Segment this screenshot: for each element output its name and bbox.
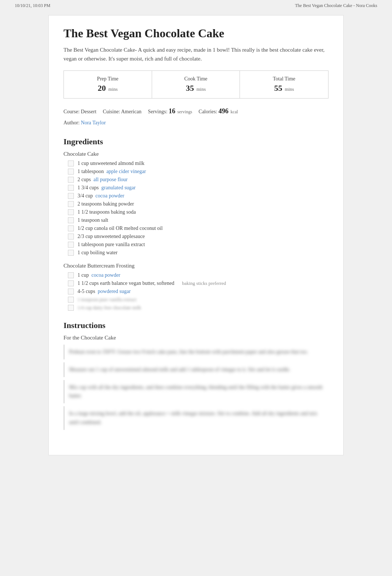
ingredient-item: 1 tablespoon pure vanilla extract: [63, 241, 329, 249]
total-time-value: 55: [274, 83, 282, 93]
total-time-unit: mins: [285, 86, 294, 92]
frosting-group-title: Chocolate Buttercream Frosting: [63, 263, 329, 269]
blurred-ingredient-1: 1 teaspoon pure vanilla extract: [78, 297, 137, 303]
blurred-step-1: Preheat oven to 350°F. Grease two 9-inch…: [69, 349, 308, 355]
total-time-cell: Total Time 55 mins: [240, 71, 328, 98]
ingredient-link[interactable]: cocoa powder: [92, 272, 120, 278]
course-value: Dessert: [81, 109, 96, 114]
datetime: 10/10/21, 10:03 PM: [15, 3, 50, 8]
cook-time-value: 35: [186, 83, 194, 93]
recipe-description: The Best Vegan Chocolate Cake- A quick a…: [63, 45, 329, 63]
calories-unit: kcal: [231, 109, 238, 114]
ingredient-item: 1 cup boiling water: [63, 249, 329, 257]
prep-time-label: Prep Time: [68, 76, 148, 82]
total-time-label: Total Time: [244, 76, 324, 82]
meta-info: Course: Dessert Cuisine: American Servin…: [63, 104, 329, 128]
servings-label: Servings:: [148, 109, 168, 114]
ingredient-item: 4-5 cups powdered sugar: [63, 287, 329, 296]
ingredient-item: 1 3/4 cups granulated sugar: [63, 184, 329, 192]
prep-time-value: 20: [98, 83, 106, 93]
instruction-step-2: Measure out 1 cup of unsweetened almond …: [63, 362, 329, 377]
ingredient-item: 1 cup cocoa powder: [63, 271, 329, 279]
blurred-step-4: In a large mixing bowl, add the oil, app…: [69, 411, 317, 425]
cuisine-value: American: [121, 109, 141, 114]
ingredient-item: 2/3 cup unsweetened applesauce: [63, 232, 329, 241]
ingredient-item: 1 1/2 cups earth balance vegan butter, s…: [63, 279, 329, 287]
ingredient-item-blurred: 1/4 cup dairy free chocolate milk: [63, 304, 329, 312]
course-label: Course:: [63, 109, 80, 114]
prep-time-unit: mins: [109, 86, 118, 92]
ingredient-item: 2 cups all purpose flour: [63, 176, 329, 184]
cook-time-cell: Cook Time 35 mins: [152, 71, 240, 98]
ingredients-heading: Ingredients: [63, 137, 329, 146]
author-link[interactable]: Nora Taylor: [81, 120, 106, 125]
ingredient-group-cake: Chocolate Cake 1 cup unsweetened almond …: [63, 151, 329, 257]
instructions-section: For the Chocolate Cake Preheat oven to 3…: [63, 335, 329, 430]
ingredient-item: 1 1/2 teaspoons baking soda: [63, 208, 329, 216]
ingredient-link[interactable]: apple cider vinegar: [106, 169, 146, 174]
ingredient-link[interactable]: granulated sugar: [102, 185, 136, 190]
browser-title: The Best Vegan Chocolate Cake - Nora Coo…: [295, 3, 377, 8]
ingredient-link[interactable]: cocoa powder: [96, 193, 124, 199]
servings-value: 16: [169, 107, 175, 115]
ingredient-note: baking sticks preferred: [177, 280, 226, 286]
ingredient-item: 1 cup unsweetened almond milk: [63, 159, 329, 168]
ingredient-item: 3/4 cup cocoa powder: [63, 192, 329, 200]
ingredient-link-powdered-sugar[interactable]: powdered sugar: [98, 289, 131, 294]
instruction-step-4: In a large mixing bowl, add the oil, app…: [63, 406, 329, 430]
recipe-title: The Best Vegan Chocolate Cake: [63, 27, 329, 40]
cuisine-label: Cuisine:: [103, 109, 120, 114]
ingredient-group-frosting: Chocolate Buttercream Frosting 1 cup coc…: [63, 263, 329, 312]
top-bar: 10/10/21, 10:03 PM The Best Vegan Chocol…: [0, 0, 392, 11]
cook-time-label: Cook Time: [156, 76, 236, 82]
ingredient-item: 1 tablespoon apple cider vinegar: [63, 168, 329, 176]
ingredient-link[interactable]: all purpose flour: [93, 177, 128, 182]
servings-unit: servings: [178, 109, 192, 114]
calories-value: 496: [219, 107, 228, 115]
calories-label: Calories:: [199, 109, 217, 114]
cake-group-title: Chocolate Cake: [63, 151, 329, 157]
author-label: Author:: [63, 120, 80, 125]
instruction-step-3: Mix cup with all the dry ingredients, an…: [63, 380, 329, 404]
blurred-ingredient-2: 1/4 cup dairy free chocolate milk: [78, 305, 141, 311]
instructions-subtitle: For the Chocolate Cake: [63, 335, 329, 341]
prep-time-cell: Prep Time 20 mins: [64, 71, 152, 98]
time-grid: Prep Time 20 mins Cook Time 35 mins Tota…: [63, 70, 329, 99]
ingredient-item: 2 teaspoons baking powder: [63, 200, 329, 208]
cook-time-unit: mins: [196, 86, 206, 92]
ingredient-item: 1 teaspoon salt: [63, 216, 329, 224]
ingredient-item: 1/2 cup canola oil OR melted coconut oil: [63, 224, 329, 232]
ingredient-item-blurred: 1 teaspoon pure vanilla extract: [63, 296, 329, 304]
page-wrapper: The Best Vegan Chocolate Cake The Best V…: [48, 15, 344, 455]
instruction-step-1: Preheat oven to 350°F. Grease two 9-inch…: [63, 345, 329, 359]
blurred-step-3: Mix cup with all the dry ingredients, an…: [69, 384, 323, 399]
instructions-heading: Instructions: [63, 321, 329, 330]
blurred-step-2: Measure out 1 cup of unsweetened almond …: [69, 367, 290, 372]
